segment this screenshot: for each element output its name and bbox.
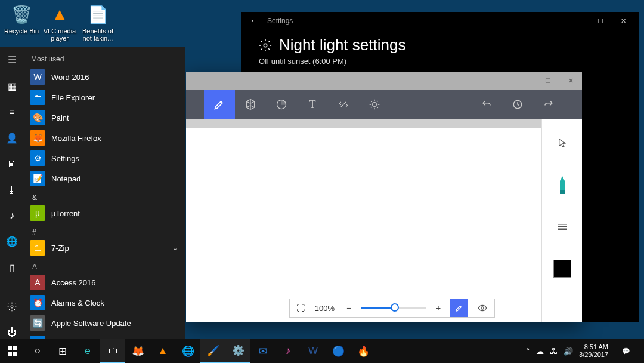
list-item[interactable]: ⏰Alarms & Clock [24, 293, 185, 313]
maximize-button[interactable]: ☐ [537, 72, 559, 89]
3d-tool-tab[interactable] [235, 90, 266, 119]
taskbar-chrome[interactable]: 🌐 [175, 339, 200, 363]
cursor-tool[interactable] [550, 131, 574, 155]
taskbar-explorer[interactable]: 🗀 [100, 339, 125, 363]
list-item[interactable]: AAccess 2016 [24, 272, 185, 293]
tray-onedrive-icon[interactable]: ☁ [536, 347, 544, 356]
personal-folder-button[interactable]: ▯ [0, 262, 24, 274]
tray-volume-icon[interactable]: 🔊 [564, 347, 573, 356]
user-account-button[interactable]: 👤 [0, 131, 24, 144]
taskbar-itunes[interactable]: ♪ [275, 339, 301, 363]
start-app-list[interactable]: Most used WWord 2016 🗀File Explorer 🎨Pai… [24, 47, 185, 339]
list-item[interactable]: 🎨Paint [24, 107, 185, 128]
fit-screen-button[interactable]: ⛶ [293, 301, 308, 315]
taskbar-clock[interactable]: 8:51 AM 3/29/2017 [579, 343, 608, 359]
downloads-button[interactable]: ⭳ [0, 183, 24, 196]
history-button[interactable] [502, 90, 533, 119]
clock-date: 3/29/2017 [579, 351, 608, 359]
settings-titlebar: ← Settings ─ ☐ ✕ [241, 12, 639, 30]
list-item[interactable]: ⚙Settings [24, 148, 185, 168]
start-rail: ☰ ▦ ≡ 👤 🗎 ⭳ ♪ 🌐 ▯ ⏻ [0, 47, 24, 339]
list-item[interactable]: 📝Notepad [24, 168, 185, 189]
maximize-button[interactable]: ☐ [589, 13, 612, 29]
desktop-icon-vlc[interactable]: ▲ VLC media player [42, 2, 78, 42]
start-button[interactable] [0, 339, 25, 363]
color-swatch [553, 260, 571, 278]
taskbar-edge[interactable]: e [75, 339, 100, 363]
close-button[interactable]: ✕ [612, 13, 634, 29]
list-item[interactable]: ▢Aquila Technology⌄ [24, 333, 185, 339]
sticker-tool-tab[interactable] [266, 90, 297, 119]
list-item-label: Settings [51, 154, 79, 163]
zoom-percent: 100% [312, 304, 337, 313]
thickness-tool[interactable] [550, 215, 574, 239]
network-button[interactable]: 🌐 [0, 235, 24, 248]
zoom-out-button[interactable]: − [342, 301, 356, 315]
letter-header[interactable]: # [24, 223, 185, 238]
svg-point-2 [373, 103, 377, 107]
canvas[interactable] [186, 128, 541, 322]
firefox-icon: 🦊 [30, 130, 45, 146]
action-center-button[interactable]: 💬 [614, 339, 638, 363]
color-picker[interactable] [550, 257, 574, 281]
tray-chevron-icon[interactable]: ˄ [526, 347, 530, 356]
taskbar-word[interactable]: W [301, 339, 326, 363]
settings-heading: Night light settings [259, 36, 621, 54]
taskbar-firefox[interactable]: 🦊 [125, 339, 150, 363]
taskbar: ○ ⊞ e 🗀 🦊 ▲ 🌐 🖌️ ⚙️ ✉ ♪ W 🔵 🔥 ˄ ☁ 🖧 🔊 8:… [0, 339, 644, 363]
chevron-down-icon: ⌄ [172, 244, 178, 252]
list-item[interactable]: 🗀7-Zip⌄ [24, 238, 185, 258]
list-item[interactable]: WWord 2016 [24, 67, 185, 87]
taskbar-vlc[interactable]: ▲ [150, 339, 175, 363]
taskbar-app[interactable]: 🔵 [326, 339, 351, 363]
canvas-tool-tab[interactable] [328, 90, 359, 119]
list-item[interactable]: 🦊Mozilla Firefox [24, 128, 185, 148]
paint3d-window: ─ ☐ ✕ T ⛶ 100% − + [186, 72, 582, 322]
desktop-icon-recycle-bin[interactable]: 🗑️ Recycle Bin [4, 2, 39, 35]
minimize-button[interactable]: ─ [566, 13, 589, 29]
settings-title: Settings [264, 17, 566, 25]
list-item[interactable]: 🔄Apple Software Update [24, 313, 185, 333]
brush-tool-tab[interactable] [204, 90, 235, 119]
list-item-label: Aquila Technology [51, 339, 114, 340]
zoom-slider[interactable] [361, 307, 426, 309]
cortana-button[interactable]: ○ [25, 339, 50, 363]
undo-button[interactable] [471, 90, 502, 119]
utorrent-icon: µ [30, 205, 45, 221]
list-item-label: Word 2016 [51, 73, 89, 82]
power-button[interactable]: ⏻ [0, 327, 24, 339]
back-button[interactable]: ← [246, 16, 264, 26]
zoom-in-button[interactable]: + [431, 301, 445, 315]
redo-button[interactable] [533, 90, 564, 119]
documents-button[interactable]: 🗎 [0, 158, 24, 170]
close-button[interactable]: ✕ [559, 72, 582, 89]
taskbar-outlook[interactable]: ✉ [250, 339, 275, 363]
letter-header[interactable]: A [24, 258, 185, 272]
rail-pinned-icon[interactable]: ▦ [0, 79, 24, 92]
list-item[interactable]: 🗀File Explorer [24, 87, 185, 107]
list-item[interactable]: µµTorrent [24, 203, 185, 223]
text-tool-tab[interactable]: T [297, 90, 328, 119]
settings-button[interactable] [0, 300, 24, 313]
taskbar-settings[interactable]: ⚙️ [225, 339, 250, 363]
view-mode-button[interactable] [473, 299, 491, 317]
vlc-icon: ▲ [48, 2, 72, 26]
tray-network-icon[interactable]: 🖧 [550, 347, 558, 356]
task-view-button[interactable]: ⊞ [50, 339, 75, 363]
word-icon: W [30, 69, 45, 85]
svg-rect-10 [8, 346, 12, 350]
svg-rect-5 [560, 190, 565, 194]
marker-tool[interactable] [550, 173, 574, 197]
hamburger-button[interactable]: ☰ [0, 54, 24, 66]
minimize-button[interactable]: ─ [514, 72, 537, 89]
effects-tool-tab[interactable] [359, 90, 390, 119]
list-item-label: µTorrent [51, 209, 80, 218]
desktop-icon-doc[interactable]: 📄 Benefits of not takin... [80, 2, 116, 42]
taskbar-app2[interactable]: 🔥 [351, 339, 376, 363]
letter-header[interactable]: & [24, 189, 185, 203]
music-button[interactable]: ♪ [0, 210, 24, 222]
paint3d-titlebar[interactable]: ─ ☐ ✕ [186, 72, 582, 90]
brush-mode-button[interactable] [450, 299, 468, 317]
rail-list-icon[interactable]: ≡ [0, 106, 24, 118]
taskbar-paint3d[interactable]: 🖌️ [200, 339, 225, 363]
